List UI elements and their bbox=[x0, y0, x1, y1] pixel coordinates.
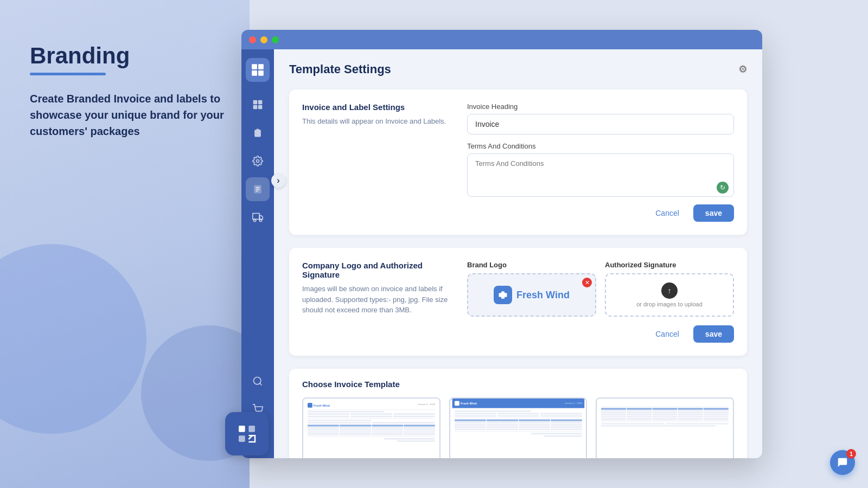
svg-rect-0 bbox=[252, 64, 257, 69]
auth-sig-label: Authorized Signature bbox=[605, 261, 734, 269]
mini-invoice-2: Fresh Wind Invoice # - 1234 bbox=[455, 399, 582, 436]
logo-icon-box bbox=[494, 286, 512, 304]
svg-rect-13 bbox=[253, 214, 260, 220]
sidebar-item-dashboard[interactable] bbox=[246, 93, 270, 117]
orders-icon bbox=[252, 127, 263, 138]
upload-placeholder: ↑ or drop images to upload bbox=[636, 282, 703, 307]
invoice-settings-card: Invoice and Label Settings This details … bbox=[289, 89, 747, 235]
svg-rect-3 bbox=[258, 70, 264, 76]
bottom-logo-icon bbox=[236, 423, 258, 445]
brand-logo-upload[interactable]: Fresh Wind ✕ bbox=[467, 273, 596, 317]
sidebar-item-settings[interactable] bbox=[246, 149, 270, 173]
left-content: Branding Create Branded Invoice and labe… bbox=[30, 43, 233, 139]
shipping-icon bbox=[252, 212, 263, 223]
sidebar bbox=[241, 49, 274, 458]
collapse-arrow-icon: › bbox=[277, 176, 279, 185]
upload-hint: or drop images to upload bbox=[636, 301, 703, 307]
logo-section-right: Brand Logo bbox=[467, 261, 734, 343]
invoice-save-button[interactable]: save bbox=[693, 204, 734, 222]
logo-save-button[interactable]: save bbox=[693, 325, 734, 343]
auth-sig-upload[interactable]: ↑ or drop images to upload bbox=[605, 273, 734, 317]
invoice-heading-input[interactable] bbox=[467, 114, 734, 134]
remove-logo-button[interactable]: ✕ bbox=[582, 278, 592, 287]
template-preview-1: Fresh Wind Invoice # - 1234 bbox=[303, 399, 439, 458]
page-header: Template Settings ⚙ bbox=[289, 62, 747, 76]
svg-rect-7 bbox=[258, 105, 263, 110]
chat-bubble-button[interactable]: 1 bbox=[830, 450, 855, 475]
close-button[interactable] bbox=[249, 36, 256, 43]
svg-rect-4 bbox=[253, 100, 258, 105]
minimize-button[interactable] bbox=[260, 36, 267, 43]
brand-logo-area: Brand Logo bbox=[467, 261, 596, 317]
template-icon bbox=[252, 184, 263, 195]
upload-arrow-icon: ↑ bbox=[661, 282, 678, 299]
brand-logo-label: Brand Logo bbox=[467, 261, 596, 269]
logo-signature-card: Company Logo and Authorized Signature Im… bbox=[289, 248, 747, 356]
templates-title: Choose Invoice Template bbox=[302, 380, 734, 389]
logo-section-left: Company Logo and Authorized Signature Im… bbox=[302, 261, 454, 343]
sidebar-item-shipping[interactable] bbox=[246, 206, 270, 229]
logo-section-desc: Images will be shown on invoice and labe… bbox=[302, 284, 454, 316]
template-card-3[interactable] bbox=[596, 397, 734, 458]
branding-description: Create Branded Invoice and labels to sho… bbox=[30, 91, 233, 139]
sidebar-item-orders[interactable] bbox=[246, 121, 270, 145]
sidebar-collapse-button[interactable]: › bbox=[271, 174, 285, 188]
svg-rect-23 bbox=[239, 435, 245, 442]
logo-text: Fresh Wind bbox=[516, 290, 570, 301]
invoice-buttons: Cancel save bbox=[467, 204, 734, 222]
invoice-cancel-button[interactable]: Cancel bbox=[647, 204, 688, 222]
logo-box-icon bbox=[498, 290, 508, 300]
branding-underline bbox=[30, 73, 106, 75]
refresh-icon[interactable]: ↻ bbox=[717, 182, 729, 194]
svg-rect-21 bbox=[239, 426, 245, 432]
title-bar bbox=[241, 30, 762, 49]
upload-row: Brand Logo bbox=[467, 261, 734, 317]
app-body: Template Settings ⚙ Invoice and Label Se… bbox=[241, 49, 762, 458]
mini-invoice-1: Fresh Wind Invoice # - 1234 bbox=[308, 403, 435, 442]
svg-point-17 bbox=[254, 377, 261, 384]
svg-point-16 bbox=[259, 219, 261, 221]
terms-label: Terms And Conditions bbox=[467, 142, 734, 150]
template-card-1[interactable]: Fresh Wind Invoice # - 1234 bbox=[302, 397, 441, 458]
svg-rect-5 bbox=[258, 100, 263, 105]
heading-label: Invoice Heading bbox=[467, 102, 734, 111]
logo-section-title: Company Logo and Authorized Signature bbox=[302, 261, 454, 279]
settings-gear-icon[interactable]: ⚙ bbox=[738, 63, 747, 75]
chat-icon bbox=[837, 457, 848, 468]
invoice-settings-layout: Invoice and Label Settings This details … bbox=[302, 102, 734, 222]
settings-icon bbox=[252, 156, 263, 166]
logo-icon bbox=[251, 63, 265, 77]
decorative-blob-1 bbox=[0, 244, 146, 434]
logo-cancel-button[interactable]: Cancel bbox=[647, 325, 688, 343]
invoice-section-title: Invoice and Label Settings bbox=[302, 102, 454, 112]
svg-rect-1 bbox=[258, 64, 264, 69]
svg-point-8 bbox=[257, 160, 259, 163]
app-window: Template Settings ⚙ Invoice and Label Se… bbox=[241, 30, 762, 458]
sidebar-item-tracking[interactable] bbox=[246, 369, 270, 393]
mini-invoice-3 bbox=[601, 403, 729, 426]
template-card-2[interactable]: Fresh Wind Invoice # - 1234 bbox=[449, 397, 588, 458]
sidebar-logo[interactable] bbox=[246, 58, 270, 82]
chat-badge: 1 bbox=[846, 449, 856, 459]
svg-marker-14 bbox=[259, 216, 263, 220]
page-title: Template Settings bbox=[289, 62, 391, 76]
invoice-section-desc: This details will appear on Invoice and … bbox=[302, 116, 454, 127]
main-content: Template Settings ⚙ Invoice and Label Se… bbox=[274, 49, 762, 458]
maximize-button[interactable] bbox=[272, 36, 279, 43]
svg-rect-6 bbox=[253, 105, 258, 110]
dashboard-icon bbox=[252, 99, 263, 110]
svg-point-15 bbox=[254, 219, 256, 221]
invoice-settings-left: Invoice and Label Settings This details … bbox=[302, 102, 454, 222]
logo-buttons: Cancel save bbox=[467, 325, 734, 343]
terms-textarea-wrap: ↻ bbox=[467, 153, 734, 199]
template-preview-3 bbox=[597, 399, 733, 458]
logo-preview: Fresh Wind bbox=[487, 286, 576, 304]
sidebar-item-template[interactable] bbox=[246, 177, 270, 201]
svg-line-18 bbox=[260, 383, 262, 386]
bottom-logo-box bbox=[225, 412, 269, 455]
auth-sig-area: Authorized Signature ↑ or drop images to… bbox=[605, 261, 734, 317]
templates-section: Choose Invoice Template Fresh Wind bbox=[289, 369, 747, 458]
logo-signature-layout: Company Logo and Authorized Signature Im… bbox=[302, 261, 734, 343]
terms-textarea[interactable] bbox=[467, 153, 734, 197]
templates-grid: Fresh Wind Invoice # - 1234 bbox=[302, 397, 734, 458]
